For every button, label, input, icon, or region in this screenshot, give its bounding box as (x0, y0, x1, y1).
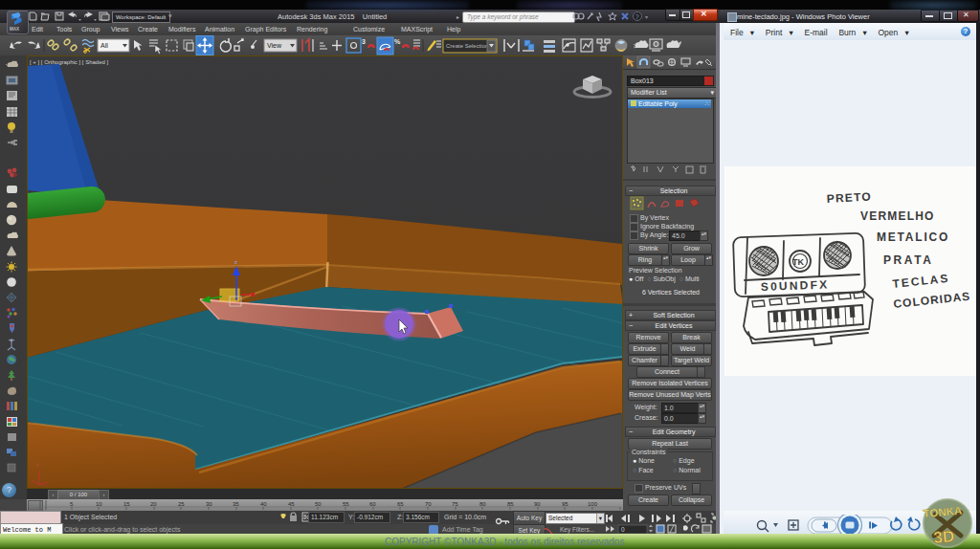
svg-text:PRETO: PRETO (826, 190, 872, 206)
svg-text:70: 70 (425, 501, 432, 507)
svg-text:All: All (100, 42, 108, 49)
svg-text:METALICO: METALICO (877, 231, 949, 244)
svg-text:5: 5 (70, 501, 74, 507)
svg-text:MAX: MAX (10, 27, 19, 32)
svg-text:85: 85 (507, 501, 514, 507)
svg-text:80: 80 (479, 501, 486, 507)
svg-text:PRATA: PRATA (883, 253, 934, 267)
svg-text:100: 100 (588, 501, 598, 507)
svg-text:0: 0 (621, 526, 625, 533)
svg-text:3: 3 (362, 38, 366, 45)
svg-text:45: 45 (288, 501, 295, 507)
svg-text:30: 30 (206, 501, 212, 507)
svg-text:Create Selection S: Create Selection S (446, 43, 494, 49)
svg-text:25: 25 (178, 501, 185, 507)
svg-text:75: 75 (452, 501, 458, 507)
svg-text:90: 90 (534, 501, 541, 507)
svg-text:10: 10 (96, 501, 102, 507)
svg-text:55: 55 (343, 501, 349, 507)
svg-text:60: 60 (369, 501, 376, 507)
svg-text:?: ? (635, 13, 639, 20)
svg-text:35: 35 (233, 501, 239, 507)
svg-text:3D: 3D (933, 527, 955, 547)
svg-text:View: View (267, 42, 282, 49)
svg-text:VERMELHO: VERMELHO (860, 209, 935, 223)
svg-text:z: z (234, 259, 237, 265)
svg-text:[ + ] [ Orthographic ] [ Shade: [ + ] [ Orthographic ] [ Shaded ] (30, 59, 109, 65)
svg-text:▾: ▾ (645, 14, 648, 20)
svg-text:15: 15 (123, 501, 130, 507)
svg-text:z: z (36, 462, 39, 468)
svg-text:40: 40 (260, 501, 267, 507)
svg-text:S0UNDFX: S0UNDFX (761, 278, 830, 294)
svg-text:95: 95 (562, 501, 568, 507)
svg-text:65: 65 (397, 501, 404, 507)
svg-text:TK: TK (792, 257, 804, 267)
svg-text:50: 50 (315, 501, 322, 507)
svg-text:%: % (394, 38, 401, 45)
svg-text:20: 20 (150, 501, 157, 507)
